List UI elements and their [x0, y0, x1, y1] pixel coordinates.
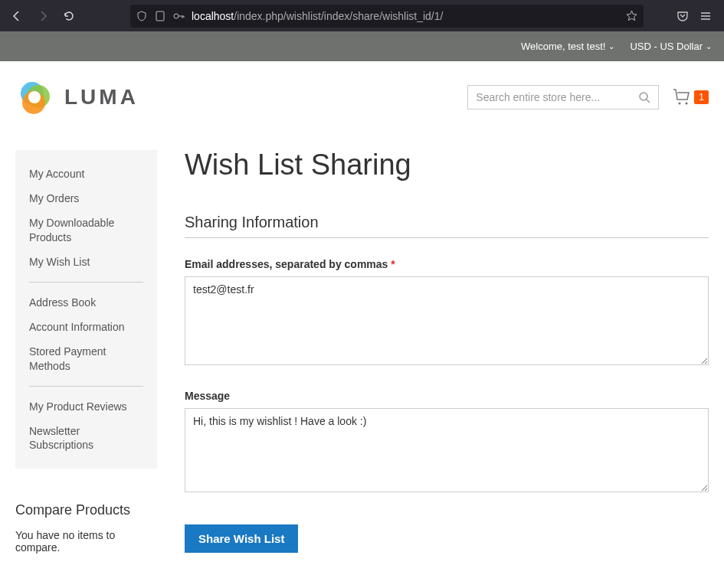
search-icon[interactable] [638, 91, 650, 103]
welcome-text: Welcome, test test! [521, 41, 605, 52]
sidebar-item-payment-methods[interactable]: Stored Payment Methods [15, 339, 157, 377]
svg-point-6 [640, 93, 647, 100]
search-input[interactable]: Search entire store here... [467, 85, 659, 109]
shield-icon[interactable] [136, 11, 147, 21]
sidebar-item-address-book[interactable]: Address Book [15, 290, 157, 315]
cart-icon [673, 89, 691, 106]
svg-point-1 [174, 14, 179, 18]
back-button[interactable] [6, 5, 28, 27]
page-title: Wish List Sharing [185, 149, 709, 181]
welcome-menu[interactable]: Welcome, test test! ⌄ [521, 41, 614, 52]
account-nav: My Account My Orders My Downloadable Pro… [15, 150, 157, 469]
page-header: LUMA Search entire store here... 1 [0, 61, 724, 127]
panel-header: Welcome, test test! ⌄ USD - US Dollar ⌄ [0, 31, 724, 61]
main-content: Wish List Sharing Sharing Information Em… [185, 127, 709, 553]
section-legend: Sharing Information [185, 214, 709, 238]
currency-label: USD - US Dollar [630, 41, 703, 52]
bookmark-star-icon[interactable] [626, 10, 637, 21]
lock-icon[interactable] [173, 11, 185, 21]
required-mark: * [391, 258, 395, 270]
emails-label: Email addresses, separated by commas * [185, 258, 709, 270]
search-placeholder: Search entire store here... [476, 91, 600, 103]
message-label: Message [185, 390, 709, 402]
pocket-icon[interactable] [676, 10, 689, 22]
sidebar-item-product-reviews[interactable]: My Product Reviews [15, 394, 157, 419]
logo[interactable]: LUMA [15, 78, 139, 116]
cart-button[interactable]: 1 [673, 89, 709, 106]
sidebar-item-my-orders[interactable]: My Orders [15, 186, 157, 211]
page-icon [155, 11, 165, 21]
divider [29, 282, 143, 283]
sidebar-item-newsletter[interactable]: Newsletter Subscriptions [15, 419, 157, 457]
sidebar-item-downloadable[interactable]: My Downloadable Products [15, 211, 157, 249]
sidebar-item-my-account[interactable]: My Account [15, 162, 157, 186]
reload-button[interactable] [58, 5, 80, 27]
svg-point-8 [686, 102, 688, 104]
sidebar-item-account-info[interactable]: Account Information [15, 315, 157, 339]
emails-textarea[interactable] [185, 276, 709, 365]
logo-text: LUMA [64, 85, 139, 109]
address-bar[interactable]: localhost/index.php/wishlist/index/share… [130, 5, 644, 28]
message-textarea[interactable] [185, 408, 709, 492]
svg-point-5 [28, 91, 41, 103]
chevron-down-icon: ⌄ [706, 42, 712, 51]
compare-empty-text: You have no items to compare. [15, 529, 157, 554]
sidebar: My Account My Orders My Downloadable Pro… [15, 127, 157, 554]
currency-switcher[interactable]: USD - US Dollar ⌄ [630, 41, 712, 52]
url-text: localhost/index.php/wishlist/index/share… [192, 10, 620, 22]
browser-toolbar: localhost/index.php/wishlist/index/share… [0, 0, 724, 31]
divider [29, 386, 143, 387]
share-wishlist-button[interactable]: Share Wish List [185, 524, 298, 553]
cart-count-badge: 1 [694, 90, 709, 104]
compare-title: Compare Products [15, 502, 157, 518]
svg-point-7 [679, 102, 681, 104]
logo-mark-icon [15, 78, 54, 116]
menu-icon[interactable] [699, 10, 712, 22]
chevron-down-icon: ⌄ [608, 42, 614, 51]
svg-rect-0 [156, 11, 164, 21]
forward-button[interactable] [32, 5, 54, 27]
sidebar-item-wish-list[interactable]: My Wish List [15, 250, 157, 274]
